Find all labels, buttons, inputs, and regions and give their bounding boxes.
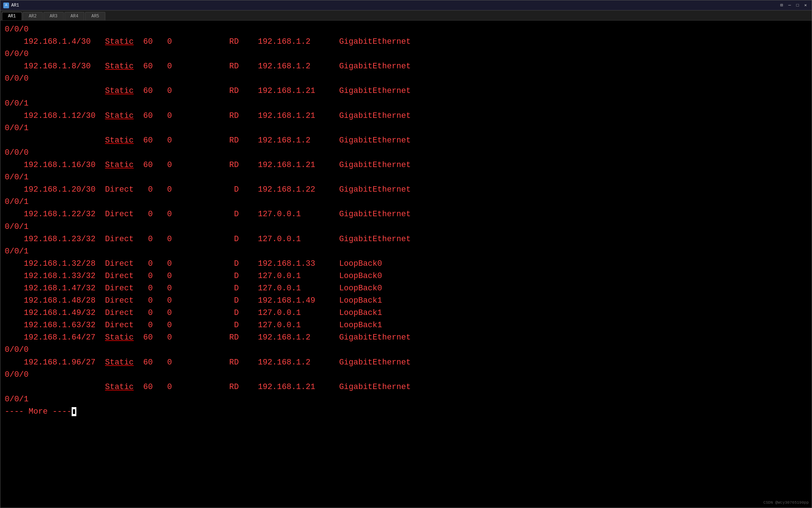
line-4: 192.168.1.8/30 Static 60 0 RD 192.168.1.…	[5, 60, 807, 73]
line-31: 0/0/1	[5, 393, 807, 406]
line-14: 192.168.1.20/30 Direct 0 0 D 192.168.1.2…	[5, 184, 807, 196]
line-30: Static 60 0 RD 192.168.1.21 GigabitEther…	[5, 381, 807, 393]
title-bar-left: A AR1	[3, 3, 19, 8]
line-32: ---- More ----▮	[5, 406, 807, 418]
line-20: 192.168.1.32/28 Direct 0 0 D 192.168.1.3…	[5, 258, 807, 270]
line-6: Static 60 0 RD 192.168.1.21 GigabitEther…	[5, 85, 807, 97]
line-16: 192.168.1.22/32 Direct 0 0 D 127.0.0.1 G…	[5, 208, 807, 221]
line-9: 0/0/1	[5, 122, 807, 135]
tab-ar4[interactable]: AR4	[64, 12, 85, 20]
line-3: 0/0/0	[5, 48, 807, 60]
terminal-output: 0/0/0 192.168.1.4/30 Static 60 0 RD 192.…	[0, 21, 812, 508]
line-12: 192.168.1.16/30 Static 60 0 RD 192.168.1…	[5, 159, 807, 171]
line-11: 0/0/0	[5, 147, 807, 159]
line-29: 0/0/0	[5, 369, 807, 381]
watermark: CSDN @Wcy30765190pp	[764, 500, 809, 505]
line-22: 192.168.1.47/32 Direct 0 0 D 127.0.0.1 L…	[5, 282, 807, 295]
minimize-button[interactable]: ─	[786, 2, 793, 9]
title-bar: A AR1 ⊡ ─ □ ✕	[0, 0, 812, 10]
line-18: 192.168.1.23/32 Direct 0 0 D 127.0.0.1 G…	[5, 233, 807, 246]
tab-ar1[interactable]: AR1	[2, 12, 22, 20]
tab-ar5[interactable]: AR5	[85, 12, 105, 20]
line-8: 192.168.1.12/30 Static 60 0 RD 192.168.1…	[5, 110, 807, 122]
line-7: 0/0/1	[5, 98, 807, 110]
line-21: 192.168.1.33/32 Direct 0 0 D 127.0.0.1 L…	[5, 270, 807, 282]
line-5: 0/0/0	[5, 73, 807, 85]
line-1: 0/0/0	[5, 24, 807, 36]
close-button[interactable]: ✕	[802, 2, 809, 9]
maximize-button[interactable]: □	[794, 2, 801, 9]
tabs-bar: AR1 AR2 AR3 AR4 AR5	[0, 10, 812, 21]
main-window: A AR1 ⊡ ─ □ ✕ AR1 AR2 AR3 AR4 AR5 0/0/0 …	[0, 0, 812, 508]
restore-button[interactable]: ⊡	[778, 2, 785, 9]
window-title: AR1	[11, 3, 19, 8]
line-24: 192.168.1.49/32 Direct 0 0 D 127.0.0.1 L…	[5, 307, 807, 319]
window-controls: ⊡ ─ □ ✕	[778, 2, 809, 9]
tab-ar3[interactable]: AR3	[43, 12, 64, 20]
line-17: 0/0/1	[5, 221, 807, 233]
line-2: 192.168.1.4/30 Static 60 0 RD 192.168.1.…	[5, 36, 807, 48]
line-13: 0/0/1	[5, 171, 807, 184]
line-19: 0/0/1	[5, 246, 807, 258]
line-27: 0/0/0	[5, 344, 807, 356]
line-28: 192.168.1.96/27 Static 60 0 RD 192.168.1…	[5, 357, 807, 369]
tab-ar2[interactable]: AR2	[23, 12, 43, 20]
line-26: 192.168.1.64/27 Static 60 0 RD 192.168.1…	[5, 332, 807, 344]
line-23: 192.168.1.48/28 Direct 0 0 D 192.168.1.4…	[5, 295, 807, 307]
app-icon: A	[3, 3, 9, 8]
line-25: 192.168.1.63/32 Direct 0 0 D 127.0.0.1 L…	[5, 319, 807, 332]
line-15: 0/0/1	[5, 196, 807, 208]
line-10: Static 60 0 RD 192.168.1.2 GigabitEthern…	[5, 135, 807, 147]
